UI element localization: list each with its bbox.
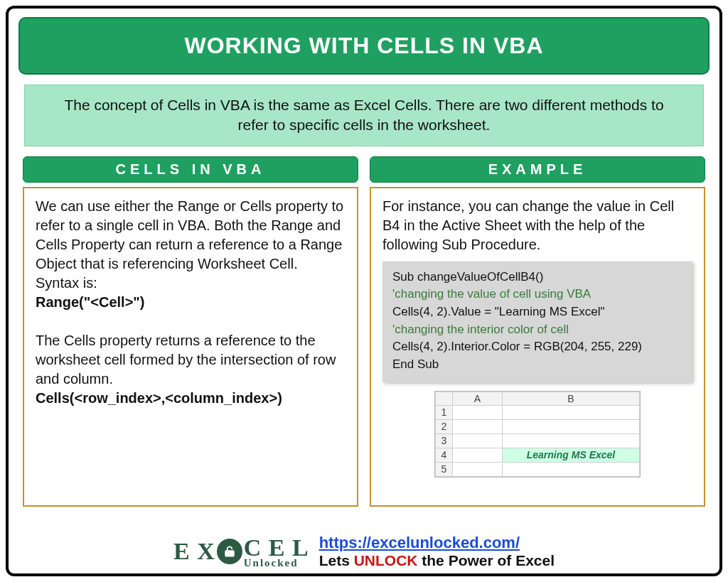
logo: E X C E L Unlocked xyxy=(173,534,309,569)
code-line-2: 'changing the value of cell using VBA xyxy=(392,286,684,303)
page-title: WORKING WITH CELLS IN VBA xyxy=(18,17,710,75)
mini-spreadsheet: A B 1 2 3 4Learning MS Excel 5 xyxy=(434,391,641,478)
tagline-unlock: UNLOCK xyxy=(354,552,418,568)
row-header: 3 xyxy=(436,434,453,448)
left-column-header: CELLS IN VBA xyxy=(23,156,358,183)
row-header: 4 xyxy=(436,448,453,463)
example-intro: For instance, you can change the value i… xyxy=(382,197,692,254)
svg-point-1 xyxy=(228,552,230,554)
code-line-5: Cells(4, 2).Interior.Color = RGB(204, 25… xyxy=(392,338,684,356)
cells-syntax: Cells(<row_index>,<column_index>) xyxy=(36,389,346,408)
cell-a4 xyxy=(453,448,503,463)
col-header-a: A xyxy=(453,392,503,406)
right-column-body: For instance, you can change the value i… xyxy=(370,187,705,507)
cell-b1 xyxy=(503,406,640,420)
document-frame: WORKING WITH CELLS IN VBA The concept of… xyxy=(6,6,722,576)
col-header-b: B xyxy=(503,392,640,406)
left-column-body: We can use either the Range or Cells pro… xyxy=(23,187,358,507)
left-column: CELLS IN VBA We can use either the Range… xyxy=(23,156,358,507)
cell-a2 xyxy=(453,420,503,434)
code-line-6: End Sub xyxy=(392,356,684,374)
syntax-label: Syntax is: xyxy=(36,274,346,293)
footer: E X C E L Unlocked https://excelunlocked… xyxy=(9,534,719,569)
tagline: Lets UNLOCK the Power of Excel xyxy=(319,552,555,569)
tagline-pre: Lets xyxy=(319,552,354,568)
cell-b5 xyxy=(503,462,640,476)
description-box: The concept of Cells in VBA is the same … xyxy=(24,85,704,146)
right-column: EXAMPLE For instance, you can change the… xyxy=(370,156,705,507)
cell-b4: Learning MS Excel xyxy=(503,448,640,463)
row-header: 5 xyxy=(436,462,453,476)
cell-b3 xyxy=(503,434,640,448)
code-line-4: 'changing the interior color of cell xyxy=(392,321,684,339)
footer-link[interactable]: https://excelunlocked.com/ xyxy=(319,534,520,551)
row-header: 1 xyxy=(436,406,453,420)
tagline-post: the Power of Excel xyxy=(417,552,555,568)
cell-a5 xyxy=(453,462,503,476)
range-syntax: Range("<Cell>") xyxy=(36,293,346,312)
code-line-3: Cells(4, 2).Value = "Learning MS Excel" xyxy=(392,303,684,321)
footer-text: https://excelunlocked.com/ Lets UNLOCK t… xyxy=(319,534,555,569)
cell-a3 xyxy=(453,434,503,448)
right-column-header: EXAMPLE xyxy=(370,156,705,183)
cell-a1 xyxy=(453,406,503,420)
row-header: 2 xyxy=(436,420,453,434)
sheet-corner xyxy=(436,392,453,406)
cell-b2 xyxy=(503,420,640,434)
left-para2: The Cells property returns a reference t… xyxy=(36,331,346,389)
left-para1: We can use either the Range or Cells pro… xyxy=(36,197,346,274)
code-line-1: Sub changeValueOfCellB4() xyxy=(392,269,684,286)
content-columns: CELLS IN VBA We can use either the Range… xyxy=(23,156,705,507)
code-block: Sub changeValueOfCellB4() 'changing the … xyxy=(382,262,692,382)
lock-icon xyxy=(217,539,242,564)
